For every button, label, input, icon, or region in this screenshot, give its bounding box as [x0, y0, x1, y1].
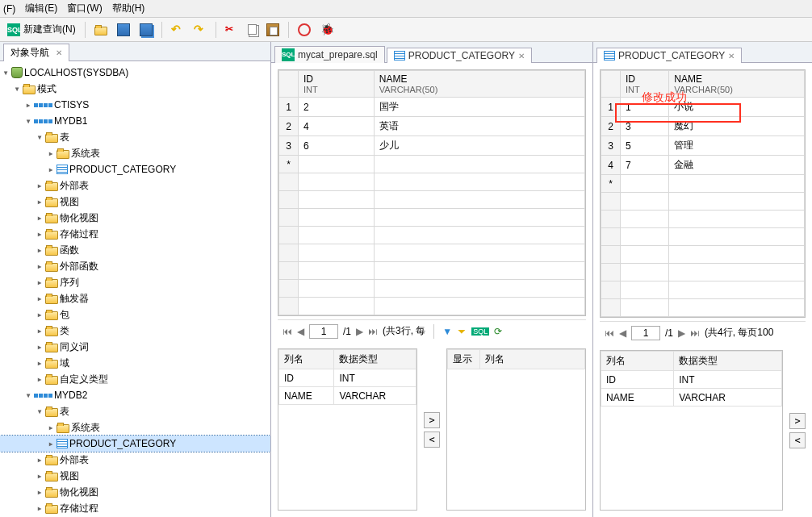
tree-item--[interactable]: ▸包 [0, 306, 270, 323]
prev-icon[interactable]: ◀ [297, 326, 304, 337]
tree-item--[interactable]: ▸同义词 [0, 339, 270, 355]
first-icon[interactable]: ⏮ [605, 327, 614, 339]
funnel-icon[interactable]: ⏷ [457, 326, 467, 337]
tab-product-category-left[interactable]: PRODUCT_CATEGORY ✕ [387, 48, 532, 63]
menu-edit[interactable]: 编辑(E) [25, 2, 57, 15]
page-input[interactable] [631, 326, 660, 340]
save-all-button[interactable] [136, 21, 157, 39]
folder-icon [45, 376, 58, 385]
schema-icon [34, 103, 52, 107]
schema-icon [34, 119, 52, 123]
tree-item--[interactable]: ▸函数 [0, 242, 270, 258]
right-panel: PRODUCT_CATEGORY ✕ IDINTNAMEVARCHAR(50)1… [593, 42, 812, 517]
undo-button[interactable]: ↶ [167, 21, 188, 39]
move-right-button[interactable]: > [789, 413, 806, 429]
last-icon[interactable]: ⏭ [690, 327, 700, 339]
tree-item--[interactable]: ▸外部表 [0, 177, 270, 194]
tree-item--[interactable]: ▸视图 [0, 468, 270, 484]
prev-icon[interactable]: ◀ [619, 327, 626, 339]
pager-left: ⏮ ◀ /1 ▶ ⏭ (共3行, 每 ▼ ⏷ SQL ⟳ [278, 319, 586, 342]
close-icon[interactable]: ✕ [518, 52, 525, 60]
tree-item--[interactable]: ▸外部表 [0, 452, 270, 468]
sql-icon: SQL [282, 48, 295, 61]
folder-icon [45, 263, 58, 272]
refresh-icon[interactable]: ⟳ [494, 326, 502, 337]
tree-item--[interactable]: ▸视图 [0, 194, 270, 210]
cut-icon: ✂ [225, 23, 238, 36]
save-button[interactable] [113, 21, 134, 39]
tree-item--[interactable]: ▸存储过程 [0, 500, 270, 516]
tree-item--[interactable]: ▾表 [0, 129, 270, 145]
tree-item-product-category[interactable]: ▸PRODUCT_CATEGORY [0, 161, 270, 177]
tree-item--[interactable]: ▸序列 [0, 274, 270, 290]
tree-item--[interactable]: ▸物化视图 [0, 210, 270, 226]
folder-icon [45, 327, 58, 336]
tab-product-category-right[interactable]: PRODUCT_CATEGORY ✕ [596, 48, 742, 63]
redo-button[interactable]: ↷ [190, 21, 211, 39]
paste-button[interactable] [262, 21, 283, 39]
folder-icon [45, 408, 58, 417]
move-left-button[interactable]: < [789, 432, 806, 448]
tree-item--[interactable]: ▸域 [0, 355, 270, 371]
copy-icon [248, 24, 257, 35]
tree-item-localhost-sysdba-[interactable]: ▾LOCALHOST(SYSDBA) [0, 65, 270, 81]
first-icon[interactable]: ⏮ [283, 326, 292, 337]
tree-item--[interactable]: ▾表 [0, 403, 270, 419]
left-panel: SQL mycat_prepare.sql PRODUCT_CATEGORY ✕… [271, 42, 593, 517]
cut-button[interactable]: ✂ [221, 21, 242, 39]
table-icon [394, 51, 405, 60]
schema-icon [34, 394, 52, 398]
move-right-button[interactable]: > [424, 412, 440, 428]
data-grid-right[interactable]: IDINTNAMEVARCHAR(50)11小说23魔幻35管理47金融* [601, 70, 805, 317]
tree-item--[interactable]: ▸触发器 [0, 290, 270, 306]
page-input[interactable] [309, 324, 338, 339]
folder-icon [23, 85, 36, 94]
table-icon [57, 165, 68, 174]
menu-help[interactable]: 帮助(H) [112, 2, 145, 15]
meta-display-left: 显示列名 [446, 348, 586, 511]
copy-button[interactable] [244, 21, 261, 39]
next-icon[interactable]: ▶ [356, 326, 363, 337]
tree-item--[interactable]: ▸系统表 [0, 419, 270, 436]
tree-item--[interactable]: ▸存储过程 [0, 226, 270, 242]
tree-item--[interactable]: ▸类 [0, 323, 270, 339]
move-left-button[interactable]: < [424, 432, 440, 448]
folder-icon [45, 311, 58, 320]
tree-item-product-category[interactable]: ▸PRODUCT_CATEGORY [0, 436, 270, 452]
folder-icon [45, 247, 58, 256]
close-icon[interactable]: ✕ [728, 52, 735, 60]
stop-button[interactable] [294, 21, 315, 39]
menu-file-hint[interactable]: (F) [3, 3, 15, 15]
tree-item-mydb1[interactable]: ▾MYDB1 [0, 113, 270, 129]
menu-window[interactable]: 窗口(W) [67, 2, 102, 15]
meta-columns-right: 列名数据类型 IDINT NAMEVARCHAR [600, 350, 783, 511]
debug-button[interactable]: 🐞 [316, 21, 337, 39]
new-query-button[interactable]: SQL 新建查询(N) [3, 21, 80, 39]
sql-mini-icon[interactable]: SQL [471, 327, 489, 336]
next-icon[interactable]: ▶ [678, 327, 685, 339]
pager-right: ⏮ ◀ /1 ▶ ⏭ (共4行, 每页100 [600, 321, 806, 344]
tab-mycat-sql[interactable]: SQL mycat_prepare.sql [274, 46, 385, 63]
folder-icon [57, 150, 69, 159]
open-button[interactable] [90, 21, 111, 39]
folder-icon [45, 489, 58, 498]
tree-item--[interactable]: ▸物化视图 [0, 484, 270, 500]
tree-item-ctisys[interactable]: ▸CTISYS [0, 97, 270, 113]
last-icon[interactable]: ⏭ [368, 326, 378, 337]
folder-icon [45, 182, 58, 191]
table-icon [604, 51, 615, 60]
close-icon[interactable]: ✕ [56, 48, 62, 57]
folder-icon [45, 505, 58, 514]
database-icon [11, 67, 23, 78]
folder-icon [45, 344, 58, 352]
tree-item--[interactable]: ▸自定义类型 [0, 371, 270, 387]
filter-icon[interactable]: ▼ [442, 326, 452, 337]
data-grid-left[interactable]: IDINTNAMEVARCHAR(50)12国学24英语36少儿* [278, 70, 585, 315]
tree-item--[interactable]: ▸系统表 [0, 145, 270, 161]
nav-tab[interactable]: 对象导航✕ [3, 44, 69, 61]
tree-item--[interactable]: ▾模式 [0, 81, 270, 97]
folder-icon [45, 473, 58, 482]
tree-item--[interactable]: ▸外部函数 [0, 258, 270, 274]
folder-icon [45, 215, 58, 223]
tree-item-mydb2[interactable]: ▾MYDB2 [0, 387, 270, 403]
